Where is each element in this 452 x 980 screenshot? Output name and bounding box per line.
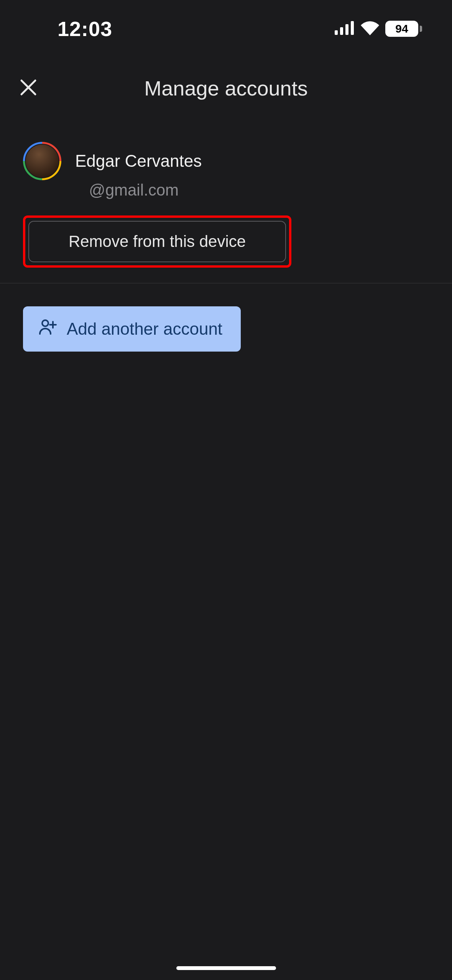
cellular-signal-icon [335,21,355,36]
close-icon [19,78,38,98]
remove-from-device-button[interactable]: Remove from this device [28,221,286,262]
svg-point-6 [42,320,48,326]
close-button[interactable] [17,77,40,100]
avatar-image [25,144,59,178]
svg-rect-0 [335,30,338,35]
svg-rect-1 [340,27,343,35]
status-bar: 12:03 94 [0,0,452,54]
remove-highlight: Remove from this device [23,215,291,268]
account-section: Edgar Cervantes @gmail.com Remove from t… [0,123,452,283]
battery-icon: 94 [385,21,422,37]
person-add-icon [38,318,57,340]
battery-level: 94 [385,21,418,37]
add-account-section: Add another account [0,283,452,375]
account-text: Edgar Cervantes [75,152,202,170]
header: Manage accounts [0,54,452,123]
account-name: Edgar Cervantes [75,152,202,170]
add-account-label: Add another account [67,319,222,339]
home-indicator[interactable] [176,966,276,970]
account-row[interactable]: Edgar Cervantes [23,142,429,180]
svg-rect-2 [345,24,348,35]
account-email: @gmail.com [23,181,429,199]
status-right: 94 [335,17,434,37]
svg-rect-3 [351,21,354,35]
avatar [23,142,61,180]
page-title: Manage accounts [144,76,307,100]
wifi-icon [360,21,380,37]
add-another-account-button[interactable]: Add another account [23,306,241,352]
status-time: 12:03 [0,13,335,41]
